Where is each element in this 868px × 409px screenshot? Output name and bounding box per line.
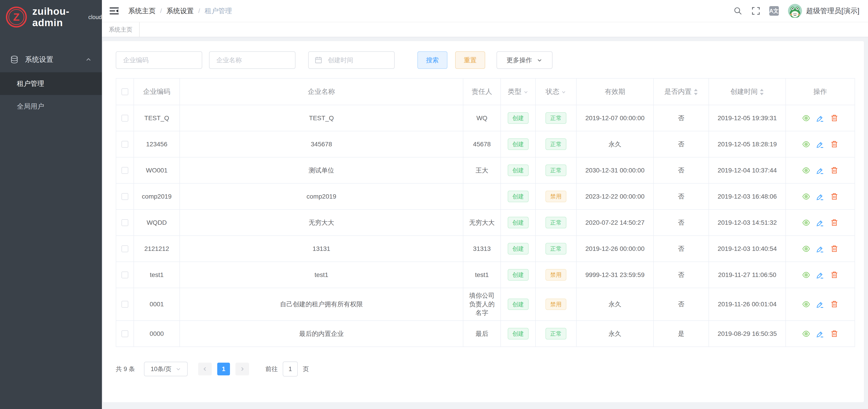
row-checkbox[interactable] [121,245,128,252]
enterprise-name-input[interactable] [209,52,296,69]
table-row: TEST_QTEST_QWQ创建正常2019-12-07 00:00:00否20… [116,105,855,131]
cell-builtin: 是 [653,320,709,347]
view-icon[interactable] [802,271,810,279]
cell-owner: 31313 [463,236,501,262]
edit-icon[interactable] [816,166,824,174]
cell-actions [786,209,855,236]
next-page-button[interactable] [236,363,249,375]
select-all-checkbox[interactable] [121,89,128,95]
edit-icon[interactable] [816,140,824,148]
view-icon[interactable] [802,245,810,253]
type-tag: 创建 [508,112,529,124]
cell-name: comp2019 [180,183,463,209]
col-header-builtin[interactable]: 是否内置 [653,78,709,105]
create-time-picker[interactable] [308,52,395,69]
tab-system-home[interactable]: 系统主页 [102,22,140,37]
cell-type: 创建 [501,236,535,262]
delete-icon[interactable] [830,300,838,308]
cell-status: 正常 [535,320,577,347]
cell-name: 无穷大大 [180,209,463,236]
sort-caret-icon[interactable] [693,89,698,96]
view-icon[interactable] [802,218,810,227]
edit-icon[interactable] [816,330,824,338]
cell-owner: 最后 [463,320,501,347]
row-checkbox[interactable] [121,272,128,278]
edit-icon[interactable] [816,245,824,253]
chevron-left-icon [202,366,208,372]
row-checkbox[interactable] [121,219,128,226]
cell-created: 2019-11-27 11:06:50 [709,262,786,288]
delete-icon[interactable] [830,114,838,122]
language-icon[interactable]: A文 [769,6,779,16]
enterprise-code-input[interactable] [116,52,202,69]
view-icon[interactable] [802,193,810,201]
delete-icon[interactable] [830,245,838,253]
cell-name: 最后的内置企业 [180,320,463,347]
goto-page: 前往 页 [266,362,309,376]
cell-expire: 永久 [577,288,653,320]
filter-chevron-icon[interactable] [561,90,566,95]
goto-page-input[interactable] [283,362,298,376]
cell-created: 2019-12-04 10:37:44 [709,157,786,183]
edit-icon[interactable] [816,300,824,308]
prev-page-button[interactable] [198,363,212,375]
row-checkbox[interactable] [121,330,128,337]
cell-expire: 2020-07-22 14:50:27 [577,209,653,236]
page-number-1[interactable]: 1 [217,363,230,375]
col-header-type[interactable]: 类型 [501,78,535,105]
sidebar-item-system-settings[interactable]: 系统设置 [0,47,102,72]
delete-icon[interactable] [830,271,838,279]
cell-owner: test1 [463,262,501,288]
tenant-card: 搜索 重置 更多操作 [103,41,864,402]
cell-builtin: 否 [653,183,709,209]
app-root: Z zuihou-admin cloud 系统设置 租户管理 全 [0,0,868,409]
row-select-cell [116,288,134,320]
view-icon[interactable] [802,300,810,308]
cell-status: 正常 [535,209,577,236]
delete-icon[interactable] [830,330,838,338]
sidebar-collapse-icon[interactable] [109,6,119,16]
table-row: 0001自己创建的租户拥有所有权限填你公司负责人的名字创建禁用永久否2019-1… [116,288,855,320]
avatar[interactable] [788,4,802,18]
current-user-name[interactable]: 超级管理员[演示] [806,6,859,16]
delete-icon[interactable] [830,193,838,201]
view-icon[interactable] [802,140,810,148]
row-checkbox[interactable] [121,301,128,308]
delete-icon[interactable] [830,218,838,227]
delete-icon[interactable] [830,166,838,174]
row-checkbox[interactable] [121,167,128,174]
col-header-name: 企业名称 [180,78,463,105]
edit-icon[interactable] [816,271,824,279]
edit-icon[interactable] [816,193,824,201]
fullscreen-icon[interactable] [751,7,760,15]
delete-icon[interactable] [830,140,838,148]
breadcrumb-separator: / [198,7,200,14]
view-icon[interactable] [802,330,810,338]
col-header-created[interactable]: 创建时间 [709,78,786,105]
search-button[interactable]: 搜索 [417,52,447,69]
breadcrumb-item-home[interactable]: 系统主页 [128,6,156,16]
edit-icon[interactable] [816,218,824,227]
sidebar-item-global-users[interactable]: 全局用户 [0,95,102,118]
col-header-status[interactable]: 状态 [535,78,577,105]
cell-name: 测试单位 [180,157,463,183]
sort-caret-icon[interactable] [760,89,764,96]
status-tag: 正常 [546,138,566,150]
row-checkbox[interactable] [121,193,128,200]
row-checkbox[interactable] [121,115,128,122]
view-icon[interactable] [802,166,810,174]
filter-chevron-icon[interactable] [523,90,528,95]
breadcrumb-item-settings[interactable]: 系统设置 [166,6,194,16]
row-checkbox[interactable] [121,141,128,148]
table-header-row: 企业编码 企业名称 责任人 类型 状态 有效期 是否内置 [116,78,855,105]
sidebar-item-tenant-management[interactable]: 租户管理 [0,72,102,95]
type-tag: 创建 [508,328,529,339]
search-icon[interactable] [733,6,742,15]
cell-name: 13131 [180,236,463,262]
reset-button[interactable]: 重置 [455,52,485,69]
page-size-select[interactable]: 10条/页 [144,362,188,376]
more-actions-button[interactable]: 更多操作 [497,52,553,69]
edit-icon[interactable] [816,114,824,122]
cell-actions [786,157,855,183]
view-icon[interactable] [802,114,810,122]
